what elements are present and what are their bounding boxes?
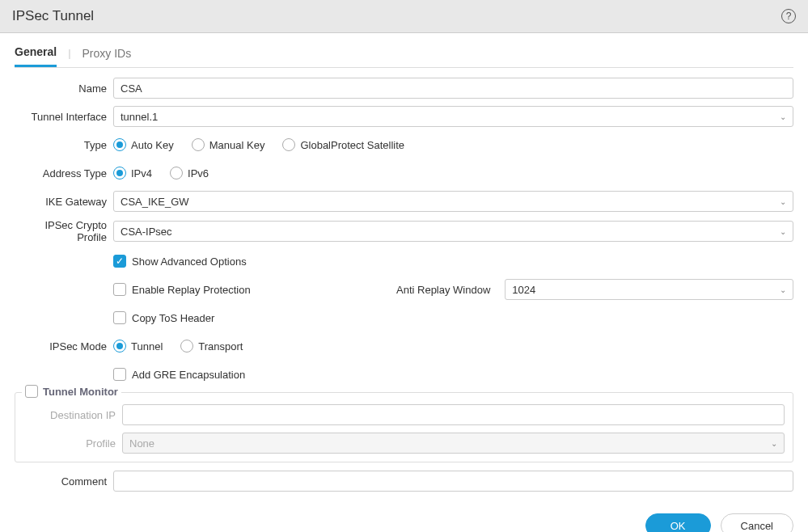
tunnel-interface-select[interactable]: tunnel.1 ⌄	[113, 106, 793, 127]
radio-ipv6[interactable]: IPv6	[170, 167, 209, 179]
form-general: Name Tunnel Interface tunnel.1 ⌄ Type Au…	[0, 68, 808, 492]
label-name: Name	[15, 82, 113, 95]
ike-gateway-value: CSA_IKE_GW	[121, 196, 189, 208]
checkbox-icon	[113, 311, 126, 324]
radio-icon	[282, 138, 295, 151]
label-ike-gateway: IKE Gateway	[15, 196, 113, 208]
tunnel-interface-value: tunnel.1	[121, 111, 158, 123]
label-tunnel-interface: Tunnel Interface	[15, 111, 113, 123]
chevron-down-icon: ⌄	[780, 197, 786, 206]
crypto-profile-value: CSA-IPsec	[121, 226, 172, 238]
checkbox-add-gre-label: Add GRE Encapsulation	[132, 369, 245, 381]
chevron-down-icon: ⌄	[780, 227, 786, 236]
radio-auto-key[interactable]: Auto Key	[113, 138, 174, 151]
checkbox-show-advanced[interactable]: Show Advanced Options	[113, 255, 247, 268]
profile-select: None ⌄	[122, 433, 785, 454]
radio-icon	[180, 340, 193, 353]
tab-separator: |	[68, 47, 70, 65]
chevron-down-icon: ⌄	[780, 112, 786, 121]
comment-input[interactable]	[113, 471, 793, 492]
label-ipsec-mode: IPSec Mode	[15, 340, 113, 353]
help-icon[interactable]: ?	[781, 9, 796, 23]
profile-value: None	[129, 437, 154, 450]
anti-replay-select[interactable]: 1024 ⌄	[505, 279, 793, 300]
tab-bar: General | Proxy IDs	[0, 33, 808, 67]
chevron-down-icon: ⌄	[771, 439, 777, 448]
checkbox-copy-tos-label: Copy ToS Header	[132, 312, 214, 324]
radio-icon	[113, 138, 126, 151]
chevron-down-icon: ⌄	[780, 285, 786, 294]
radio-icon	[113, 340, 126, 353]
fieldset-tunnel-monitor: Tunnel Monitor Destination IP Profile No…	[15, 392, 793, 462]
radio-gp-satellite-label: GlobalProtect Satellite	[300, 139, 404, 151]
label-address-type: Address Type	[15, 167, 113, 179]
checkbox-copy-tos[interactable]: Copy ToS Header	[113, 311, 214, 324]
checkbox-add-gre[interactable]: Add GRE Encapsulation	[113, 368, 245, 381]
checkbox-enable-replay[interactable]: Enable Replay Protection	[113, 283, 388, 296]
checkbox-icon	[113, 283, 126, 296]
footer: OK Cancel	[0, 499, 808, 532]
fieldset-tunnel-monitor-label: Tunnel Monitor	[43, 386, 118, 398]
radio-icon	[113, 167, 126, 179]
radio-transport[interactable]: Transport	[180, 340, 243, 353]
radio-ipv6-label: IPv6	[188, 167, 209, 179]
tab-general[interactable]: General	[15, 45, 57, 67]
radio-icon	[170, 167, 183, 179]
label-destination-ip: Destination IP	[23, 409, 122, 421]
radio-auto-key-label: Auto Key	[131, 139, 174, 151]
ok-button[interactable]: OK	[645, 513, 711, 532]
radio-icon	[192, 138, 205, 151]
radio-manual-key[interactable]: Manual Key	[192, 138, 265, 151]
tab-proxy-ids[interactable]: Proxy IDs	[82, 47, 132, 66]
dialog-header: IPSec Tunnel ?	[0, 0, 808, 33]
radio-manual-key-label: Manual Key	[209, 139, 265, 151]
cancel-button[interactable]: Cancel	[721, 513, 793, 532]
radio-tunnel-label: Tunnel	[131, 340, 163, 353]
radio-transport-label: Transport	[198, 340, 243, 353]
checkbox-icon	[25, 385, 38, 398]
label-comment: Comment	[15, 475, 113, 488]
label-profile: Profile	[23, 437, 122, 450]
checkbox-show-advanced-label: Show Advanced Options	[132, 255, 247, 268]
checkbox-tunnel-monitor[interactable]	[25, 385, 38, 398]
crypto-profile-select[interactable]: CSA-IPsec ⌄	[113, 221, 793, 242]
radio-gp-satellite[interactable]: GlobalProtect Satellite	[282, 138, 404, 151]
name-input[interactable]	[113, 78, 793, 99]
anti-replay-value: 1024	[512, 284, 535, 296]
label-crypto-profile: IPSec Crypto Profile	[15, 219, 113, 243]
radio-ipv4-label: IPv4	[131, 167, 152, 179]
destination-ip-input	[122, 404, 785, 425]
radio-ipv4[interactable]: IPv4	[113, 167, 152, 179]
radio-tunnel[interactable]: Tunnel	[113, 340, 163, 353]
dialog-title: IPSec Tunnel	[12, 8, 94, 24]
checkbox-icon	[113, 255, 126, 268]
checkbox-icon	[113, 368, 126, 381]
label-anti-replay: Anti Replay Window	[396, 284, 497, 296]
checkbox-enable-replay-label: Enable Replay Protection	[132, 284, 251, 296]
ike-gateway-select[interactable]: CSA_IKE_GW ⌄	[113, 191, 793, 212]
fieldset-legend: Tunnel Monitor	[22, 385, 121, 398]
label-type: Type	[15, 139, 113, 151]
